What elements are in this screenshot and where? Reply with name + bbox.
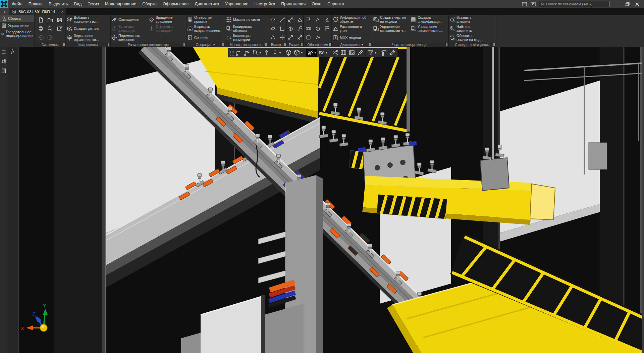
group-grip[interactable] bbox=[493, 43, 495, 46]
group-label-Чертеж, спецификация[interactable]: Чертеж, спецификация bbox=[372, 42, 448, 47]
ribbon-button-Создать[interactable]: Создатьспецификаци... bbox=[410, 15, 447, 24]
viewport[interactable]: X Y Z ▼▼▼▼▼▼ bbox=[19, 47, 644, 353]
ribbon-button-tolerance-frame[interactable] bbox=[304, 25, 312, 33]
appearance-tool-button[interactable] bbox=[356, 49, 364, 57]
group-label-Массив, копирование[interactable]: Массив, копирование bbox=[225, 42, 268, 47]
group-grip[interactable] bbox=[265, 43, 267, 46]
ribbon-button-Управление[interactable]: Управлениесвязанными ч... bbox=[372, 24, 410, 33]
panel-params-icon[interactable] bbox=[1, 68, 7, 74]
group-grip[interactable] bbox=[446, 43, 447, 46]
group-label-Диагностика[interactable]: Диагностика▼ bbox=[332, 42, 372, 47]
viewport-scrollbar[interactable] bbox=[642, 47, 644, 353]
ribbon-button-dimension-chain[interactable] bbox=[296, 34, 303, 41]
ribbon-button-Зеркальное[interactable]: Зеркальноеотражение ко... bbox=[66, 33, 110, 42]
group-grip[interactable] bbox=[108, 43, 109, 46]
menu-Приложения[interactable]: Приложения bbox=[278, 0, 309, 8]
group-grip[interactable] bbox=[369, 43, 371, 46]
ribbon-button-new-document[interactable] bbox=[37, 16, 45, 24]
ribbon-button-dimension-radial[interactable] bbox=[287, 25, 294, 33]
document-tab[interactable]: БКС.034.891.ПКП.14... × bbox=[9, 8, 66, 15]
menu-Файл[interactable]: Файл bbox=[9, 0, 25, 8]
menu-Настройка[interactable]: Настройка bbox=[252, 0, 278, 8]
hide-objects-button[interactable]: ▼ bbox=[306, 49, 317, 57]
ribbon-button-Создать чертеж[interactable]: Создать чертежпо модели bbox=[372, 15, 410, 24]
ribbon-button-МЦХ модели[interactable]: МЦХ модели bbox=[332, 33, 372, 42]
group-grip[interactable] bbox=[329, 43, 331, 46]
ribbon-button-dimension-3d[interactable] bbox=[287, 34, 294, 41]
ribbon-button-spline-3d[interactable] bbox=[269, 34, 277, 41]
variables-fx-button[interactable]: fx bbox=[9, 49, 17, 56]
section-tool-button[interactable] bbox=[331, 49, 339, 57]
menu-Моделирование[interactable]: Моделирование bbox=[102, 0, 140, 8]
screen-settings-icon[interactable] bbox=[530, 1, 536, 7]
ribbon-button-Расстояние и[interactable]: Расстояние иугол bbox=[332, 24, 372, 33]
group-label-Вспом...[interactable]: Вспом... bbox=[268, 42, 286, 47]
ribbon-button-mark-symbol[interactable] bbox=[314, 25, 322, 33]
ribbon-button-point-3d[interactable] bbox=[278, 34, 286, 41]
image-tool-button[interactable] bbox=[348, 49, 356, 57]
rebuild-model-button[interactable] bbox=[234, 49, 243, 57]
ribbon-button-dimension-linear[interactable] bbox=[287, 16, 294, 24]
view-solid-button[interactable] bbox=[284, 49, 292, 57]
viewport-canvas[interactable]: X Y Z bbox=[19, 47, 644, 353]
ribbon-button-Добавить[interactable]: Добавитькомпонент из... bbox=[66, 15, 110, 24]
ribbon-button-undo[interactable] bbox=[37, 34, 45, 41]
close-button[interactable] bbox=[635, 2, 639, 6]
crane-tool-button[interactable] bbox=[380, 49, 388, 57]
mode-Управление[interactable]: Управление bbox=[0, 22, 34, 29]
ribbon-button-change-mark[interactable] bbox=[314, 34, 322, 41]
mode-Твердотельное моделирование[interactable]: Твердотельное моделирование bbox=[0, 29, 34, 39]
mode-Сборка[interactable]: Сборка bbox=[0, 15, 34, 22]
app-logo-icon[interactable]: K bbox=[0, 0, 8, 8]
ribbon-button-Включить[interactable]: Включитьфиксацию bbox=[111, 24, 148, 33]
restore-button[interactable] bbox=[625, 2, 630, 6]
ribbon-button-Создать деталь[interactable]: Создать деталь bbox=[66, 24, 110, 33]
filter-objects-button[interactable]: ▼ bbox=[367, 49, 378, 57]
ribbon-button-Вращение-[interactable]: Вращение-вращение bbox=[148, 15, 185, 24]
menu-Вид[interactable]: Вид bbox=[71, 0, 85, 8]
ribbon-button-Найти и[interactable]: Найти изаменить bbox=[449, 24, 496, 33]
minimize-button[interactable] bbox=[616, 2, 621, 6]
ribbon-button-Коллекция[interactable]: Коллекциягеометрии bbox=[225, 33, 268, 42]
menu-Сборка[interactable]: Сборка bbox=[139, 0, 160, 8]
ribbon-button-print[interactable] bbox=[37, 25, 45, 33]
group-label-Разме...[interactable]: Разме... bbox=[287, 42, 303, 47]
ribbon-button-construction-axis[interactable] bbox=[278, 16, 286, 24]
group-label-Стандартные изделия[interactable]: Стандартные изделия bbox=[449, 42, 496, 47]
ribbon-button-offset-plane[interactable] bbox=[269, 25, 277, 33]
rebuild-scene-button[interactable] bbox=[243, 49, 251, 57]
group-grip[interactable] bbox=[63, 43, 65, 46]
group-grip[interactable] bbox=[301, 43, 303, 46]
ribbon-button-Отверстие[interactable]: Отверстиепростое bbox=[186, 15, 225, 24]
display-mode-button[interactable]: ▼ bbox=[293, 49, 304, 57]
group-label-Обозначения[interactable]: Обозначения bbox=[304, 42, 331, 47]
clip-objects-button[interactable]: ▼ bbox=[318, 49, 329, 57]
ribbon-button-position-leader[interactable] bbox=[304, 34, 312, 41]
ribbon-button-Информация об[interactable]: Информация обобъекте bbox=[332, 15, 372, 24]
ribbon-button-Сечение[interactable]: Сечение bbox=[186, 33, 225, 42]
ribbon-button-Вставить[interactable]: Вставитьэлемент bbox=[449, 15, 496, 24]
panel-menu-icon[interactable] bbox=[1, 49, 7, 55]
orientation-up-button[interactable] bbox=[263, 49, 271, 57]
ribbon-button-redo[interactable] bbox=[46, 34, 54, 41]
ribbon-button-leader-note[interactable] bbox=[304, 16, 312, 24]
ribbon-button-dimension-angular[interactable] bbox=[296, 16, 303, 24]
ribbon-button-Обновить[interactable]: Обновитьссылки на мод... bbox=[449, 33, 496, 42]
ribbon-button-open-document[interactable] bbox=[46, 16, 54, 24]
tab-close-icon[interactable]: × bbox=[60, 9, 63, 14]
ribbon-button-brand-mark[interactable] bbox=[323, 25, 331, 33]
orientation-axes-button[interactable]: ▼ bbox=[271, 49, 282, 57]
ribbon-button-save[interactable] bbox=[55, 16, 63, 24]
group-grip[interactable] bbox=[222, 43, 224, 46]
ribbon-button-Отключить[interactable]: Отключитьфиксацию bbox=[148, 24, 185, 33]
ribbon-button-Совпадение[interactable]: Совпадение bbox=[111, 15, 148, 24]
menu-Правка[interactable]: Правка bbox=[25, 0, 46, 8]
ribbon-button-roughness[interactable] bbox=[314, 16, 322, 24]
pen-tool-button[interactable] bbox=[388, 49, 396, 57]
ribbon-button-local-cs[interactable] bbox=[278, 25, 286, 33]
menu-Диагностика[interactable]: Диагностика bbox=[192, 0, 222, 8]
ribbon-button-save-as[interactable] bbox=[55, 25, 63, 33]
menu-Окно[interactable]: Окно bbox=[309, 0, 324, 8]
zoom-area-button[interactable]: ▼ bbox=[251, 49, 262, 57]
menu-Эскиз[interactable]: Эскиз bbox=[85, 0, 102, 8]
